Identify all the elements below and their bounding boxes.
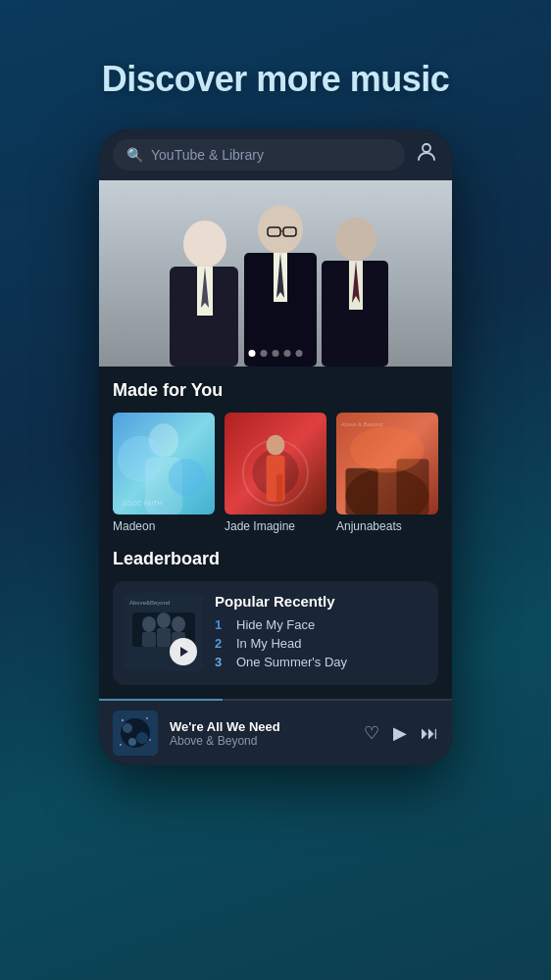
play-button[interactable]: ▶ (393, 722, 407, 744)
svg-point-13 (335, 218, 376, 261)
card-thumb-anjuna: Above & Beyond (336, 413, 438, 514)
hero-banner (99, 180, 452, 367)
svg-point-51 (146, 717, 148, 719)
svg-point-34 (350, 426, 425, 472)
dot-3 (273, 350, 279, 357)
svg-point-2 (183, 220, 226, 268)
svg-text:Above&Beyond: Above&Beyond (129, 600, 170, 606)
search-bar: 🔍 YouTube & Library (99, 129, 452, 180)
dot-4 (284, 350, 291, 357)
lb-card-title: Popular Recently (215, 593, 426, 610)
card-thumb-madeon: GOOD FAITH (113, 413, 215, 514)
mini-player: We're All We Need Above & Beyond ♡ ▶ ⏭ (99, 701, 452, 765)
card-label-madeon: Madeon (113, 519, 215, 533)
heart-button[interactable]: ♡ (364, 722, 379, 744)
svg-point-26 (267, 435, 285, 456)
card-thumb-jade (225, 413, 326, 514)
mini-artist: Above & Beyond (170, 734, 352, 748)
card-label-jade: Jade Imagine (225, 519, 326, 533)
dot-5 (296, 350, 303, 357)
svg-point-20 (118, 436, 164, 482)
lb-track-1[interactable]: 1 Hide My Face (215, 617, 426, 632)
card-madeon[interactable]: GOOD FAITH Madeon (113, 413, 215, 533)
lb-track-3[interactable]: 3 One Summer's Day (215, 655, 426, 669)
search-placeholder: YouTube & Library (151, 147, 264, 163)
lb-num-2: 2 (215, 636, 228, 651)
made-for-you-title: Made for You (113, 380, 438, 401)
svg-point-52 (149, 739, 151, 741)
svg-rect-29 (276, 473, 283, 501)
made-for-you-section: Made for You (99, 367, 452, 539)
search-input-area[interactable]: 🔍 YouTube & Library (113, 139, 405, 171)
mini-controls: ♡ ▶ ⏭ (364, 722, 438, 744)
svg-rect-42 (157, 628, 171, 647)
leaderboard-card[interactable]: Above&Beyond Popular Recently 1 (113, 581, 438, 685)
mini-track-title: We're All We Need (170, 719, 352, 734)
leaderboard-section: Leaderboard Above&Beyond (99, 539, 452, 699)
svg-point-49 (128, 738, 136, 746)
svg-text:Above & Beyond: Above & Beyond (341, 421, 382, 427)
card-anjuna[interactable]: Above & Beyond Anjunabeats (336, 413, 438, 533)
dot-2 (261, 350, 268, 357)
skip-button[interactable]: ⏭ (421, 723, 438, 744)
lb-track-2[interactable]: 2 In My Head (215, 636, 426, 651)
profile-icon[interactable] (415, 140, 438, 170)
mini-album-art (113, 710, 158, 756)
svg-point-0 (423, 144, 430, 152)
svg-point-41 (157, 612, 171, 628)
page-title: Discover more music (102, 59, 450, 100)
card-jade[interactable]: Jade Imagine (225, 413, 326, 533)
lb-num-3: 3 (215, 655, 228, 669)
svg-point-48 (136, 732, 148, 744)
leaderboard-title: Leaderboard (113, 549, 438, 569)
lb-album-art: Above&Beyond (125, 593, 203, 671)
lb-track-name-3: One Summer's Day (236, 655, 347, 669)
svg-rect-32 (345, 468, 377, 514)
dot-1 (249, 350, 256, 357)
play-button-lb[interactable] (170, 638, 197, 665)
lb-track-name-1: Hide My Face (236, 617, 315, 632)
svg-rect-40 (142, 632, 156, 647)
hero-dots (249, 350, 303, 357)
search-icon: 🔍 (126, 147, 143, 163)
card-label-anjuna: Anjunabeats (336, 519, 438, 533)
lb-track-name-2: In My Head (236, 636, 301, 651)
svg-point-21 (169, 459, 206, 496)
phone-container: 🔍 YouTube & Library (99, 129, 452, 765)
svg-rect-28 (268, 473, 275, 501)
lb-num-1: 1 (215, 617, 228, 632)
cards-row: GOOD FAITH Madeon (113, 413, 438, 533)
mini-player-info: We're All We Need Above & Beyond (170, 719, 352, 748)
svg-point-39 (142, 616, 156, 632)
svg-point-47 (123, 723, 132, 733)
svg-point-50 (122, 719, 124, 721)
svg-point-43 (172, 616, 185, 632)
lb-info: Popular Recently 1 Hide My Face 2 In My … (215, 593, 426, 673)
svg-text:GOOD FAITH: GOOD FAITH (122, 500, 162, 507)
svg-point-53 (120, 744, 122, 746)
